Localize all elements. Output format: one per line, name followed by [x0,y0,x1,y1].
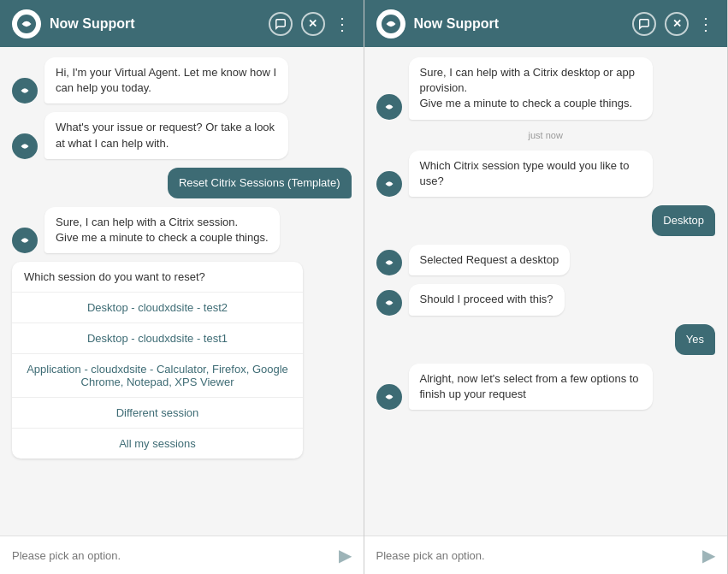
left-bot-text-2: What's your issue or request? Or take a … [56,121,275,149]
left-more-btn[interactable]: ⋮ [334,14,352,34]
left-messages: Hi, I'm your Virtual Agent. Let me know … [0,47,364,536]
left-close-icon: ✕ [308,17,317,30]
right-msg-6: Yes [376,324,716,355]
right-logo [376,9,405,38]
left-option-2[interactable]: Desktop - cloudxdsite - test1 [12,323,303,354]
right-bot-avatar-5 [376,384,402,410]
right-bot-bubble-2: Which Citrix session type would you like… [409,151,653,197]
left-msg-3: Reset Citrix Sessions (Template) [12,168,352,198]
right-bot-text-5: Alright, now let's select from a few opt… [420,372,639,400]
left-header-icons: ✕ ⋮ [269,12,352,36]
right-user-text-1: Desktop [663,214,704,227]
right-header-icons: ✕ ⋮ [632,12,715,36]
right-msg-5: Should I proceed with this? [376,284,716,315]
right-panel: Now Support ✕ ⋮ Sure, I can help with a … [364,0,729,574]
left-header: Now Support ✕ ⋮ [0,0,364,47]
right-bot-text-1: Sure, I can help with a Citrix desktop o… [420,66,635,109]
left-msg-4: Sure, I can help with a Citrix session.G… [12,207,352,253]
left-user-text-1: Reset Citrix Sessions (Template) [179,176,340,189]
right-close-icon: ✕ [672,17,682,30]
right-bot-avatar-2 [376,171,402,197]
left-send-btn[interactable]: ▶ [339,545,352,565]
left-options-card: Which session do you want to reset? Desk… [12,262,303,459]
right-msg-3: Desktop [376,205,716,236]
left-bot-avatar-2 [12,133,38,159]
right-bot-avatar-1 [376,94,402,120]
left-msg-1: Hi, I'm your Virtual Agent. Let me know … [12,57,352,104]
right-user-bubble-1: Desktop [652,205,715,236]
right-user-bubble-2: Yes [675,324,715,355]
left-panel: Now Support ✕ ⋮ Hi, I'm your Virtual Age… [0,0,364,574]
right-chat-icon-btn[interactable] [632,12,656,36]
right-header: Now Support ✕ ⋮ [364,0,728,47]
left-options-title: Which session do you want to reset? [12,262,303,293]
right-bot-bubble-1: Sure, I can help with a Citrix desktop o… [409,57,653,120]
right-bot-avatar-3 [376,250,402,275]
right-chat-input[interactable] [376,549,696,562]
left-option-5[interactable]: All my sessions [12,429,303,459]
right-msg-2: Which Citrix session type would you like… [376,151,716,197]
left-bot-text-3: Sure, I can help with a Citrix session.G… [56,216,269,244]
left-logo [12,9,41,38]
right-msg-7: Alright, now let's select from a few opt… [376,364,716,410]
left-user-bubble-1: Reset Citrix Sessions (Template) [168,168,352,198]
right-close-btn[interactable]: ✕ [665,12,689,36]
left-header-title: Now Support [50,16,260,32]
right-send-btn[interactable]: ▶ [702,545,715,565]
right-msg-4: Selected Request a desktop [376,245,716,275]
right-bot-text-2: Which Citrix session type would you like… [420,159,630,187]
right-bot-bubble-4: Should I proceed with this? [409,284,565,315]
left-option-1[interactable]: Desktop - cloudxdsite - test2 [12,293,303,323]
left-chat-icon-btn[interactable] [269,12,293,36]
left-option-4[interactable]: Different session [12,398,303,429]
left-msg-2: What's your issue or request? Or take a … [12,112,352,158]
left-option-3[interactable]: Application - cloudxdsite - Calculator, … [12,354,303,398]
right-bot-avatar-4 [376,290,402,316]
right-msg-1: Sure, I can help with a Citrix desktop o… [376,57,716,120]
right-user-text-2: Yes [686,333,704,346]
right-timestamp: just now [376,130,716,140]
right-header-title: Now Support [414,16,624,32]
left-bot-bubble-2: What's your issue or request? Or take a … [44,112,288,158]
left-bot-avatar-3 [12,228,38,253]
left-bot-text-1: Hi, I'm your Virtual Agent. Let me know … [56,66,276,94]
left-close-btn[interactable]: ✕ [301,12,325,36]
right-bot-text-3: Selected Request a desktop [420,253,559,266]
left-bot-avatar-1 [12,78,38,104]
right-bot-text-4: Should I proceed with this? [420,293,553,305]
left-input-row: ▶ [0,536,364,574]
right-messages: Sure, I can help with a Citrix desktop o… [364,47,728,536]
right-input-row: ▶ [364,536,728,574]
left-bot-bubble-3: Sure, I can help with a Citrix session.G… [44,207,280,253]
left-chat-input[interactable] [12,549,332,562]
left-bot-bubble-1: Hi, I'm your Virtual Agent. Let me know … [44,57,288,104]
right-more-btn[interactable]: ⋮ [697,14,715,34]
right-bot-bubble-5: Alright, now let's select from a few opt… [409,364,653,410]
right-bot-bubble-3: Selected Request a desktop [409,245,571,275]
